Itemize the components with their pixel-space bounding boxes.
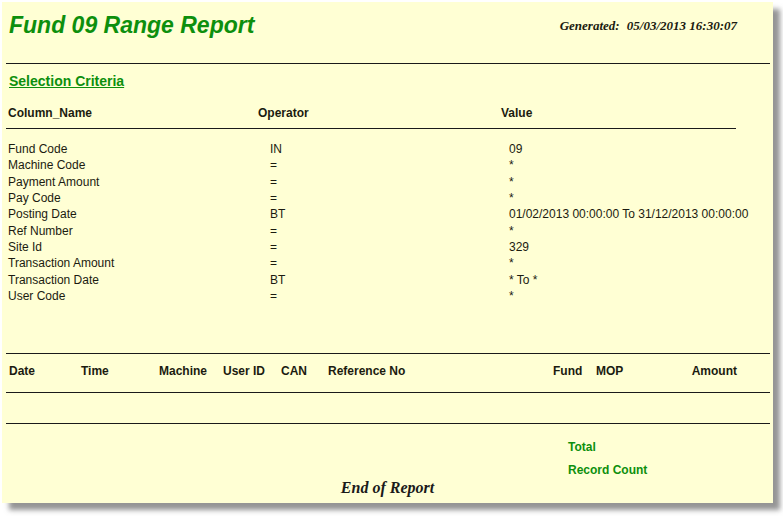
criteria-value: * <box>509 223 514 239</box>
generated-value: 05/03/2013 16:30:07 <box>627 18 737 33</box>
criteria-row: Site Id = 329 <box>2 239 773 255</box>
divider-above-summary <box>6 423 770 424</box>
criteria-value: 329 <box>509 239 529 255</box>
divider-above-results-header <box>6 353 770 354</box>
criteria-name: Pay Code <box>8 190 61 206</box>
end-of-report-text: End of Report <box>2 479 773 497</box>
column-header-operator: Operator <box>258 106 309 120</box>
criteria-row: Posting Date BT 01/02/2013 00:00:00 To 3… <box>2 206 773 222</box>
results-col-user-id: User ID <box>223 364 265 378</box>
criteria-operator: = <box>270 288 277 304</box>
criteria-row: Payment Amount = * <box>2 174 773 190</box>
results-col-reference-no: Reference No <box>328 364 405 378</box>
criteria-value: * <box>509 288 514 304</box>
criteria-name: Fund Code <box>8 141 67 157</box>
column-header-value: Value <box>501 106 532 120</box>
criteria-name: User Code <box>8 288 65 304</box>
criteria-name: Payment Amount <box>8 174 99 190</box>
criteria-operator: IN <box>270 141 282 157</box>
results-table-header-row: Date Time Machine User ID CAN Reference … <box>2 364 773 378</box>
criteria-operator: = <box>270 255 277 271</box>
criteria-row: Fund Code IN 09 <box>2 141 773 157</box>
divider-under-title <box>6 63 770 64</box>
results-col-can: CAN <box>281 364 307 378</box>
criteria-name: Transaction Date <box>8 272 99 288</box>
criteria-operator: BT <box>270 272 285 288</box>
total-label: Total <box>568 440 596 454</box>
column-header-column-name: Column_Name <box>8 106 92 120</box>
report-panel: Fund 09 Range Report Generated: 05/03/20… <box>2 2 773 503</box>
criteria-row: Transaction Date BT * To * <box>2 272 773 288</box>
criteria-value: * To * <box>509 272 537 288</box>
criteria-value: * <box>509 255 514 271</box>
criteria-value: * <box>509 174 514 190</box>
generated-label: Generated: <box>560 18 620 33</box>
criteria-value: 01/02/2013 00:00:00 To 31/12/2013 00:00:… <box>509 206 748 222</box>
criteria-row: User Code = * <box>2 288 773 304</box>
criteria-operator: = <box>270 190 277 206</box>
criteria-name: Site Id <box>8 239 42 255</box>
criteria-row: Transaction Amount = * <box>2 255 773 271</box>
criteria-row: Machine Code = * <box>2 157 773 173</box>
generated-timestamp: Generated: 05/03/2013 16:30:07 <box>560 18 737 34</box>
results-col-mop: MOP <box>596 364 623 378</box>
criteria-row: Ref Number = * <box>2 223 773 239</box>
results-col-date: Date <box>9 364 35 378</box>
report-title: Fund 09 Range Report <box>9 12 254 39</box>
criteria-name: Ref Number <box>8 223 73 239</box>
criteria-operator: = <box>270 223 277 239</box>
criteria-operator: = <box>270 174 277 190</box>
results-col-fund: Fund <box>553 364 582 378</box>
results-col-amount: Amount <box>692 364 737 378</box>
divider-under-criteria-header <box>6 128 736 129</box>
criteria-name: Machine Code <box>8 157 85 173</box>
criteria-name: Posting Date <box>8 206 77 222</box>
results-col-machine: Machine <box>159 364 207 378</box>
record-count-label: Record Count <box>568 463 647 477</box>
criteria-operator: = <box>270 157 277 173</box>
criteria-value: * <box>509 157 514 173</box>
criteria-operator: = <box>270 239 277 255</box>
results-col-time: Time <box>81 364 109 378</box>
selection-criteria-rows: Fund Code IN 09 Machine Code = * Payment… <box>2 141 773 306</box>
criteria-value: * <box>509 190 514 206</box>
selection-criteria-heading: Selection Criteria <box>9 73 124 89</box>
selection-criteria-header-row: Column_Name Operator Value <box>2 106 773 120</box>
criteria-name: Transaction Amount <box>8 255 114 271</box>
divider-under-results-header <box>6 392 770 393</box>
criteria-value: 09 <box>509 141 522 157</box>
criteria-operator: BT <box>270 206 285 222</box>
criteria-row: Pay Code = * <box>2 190 773 206</box>
